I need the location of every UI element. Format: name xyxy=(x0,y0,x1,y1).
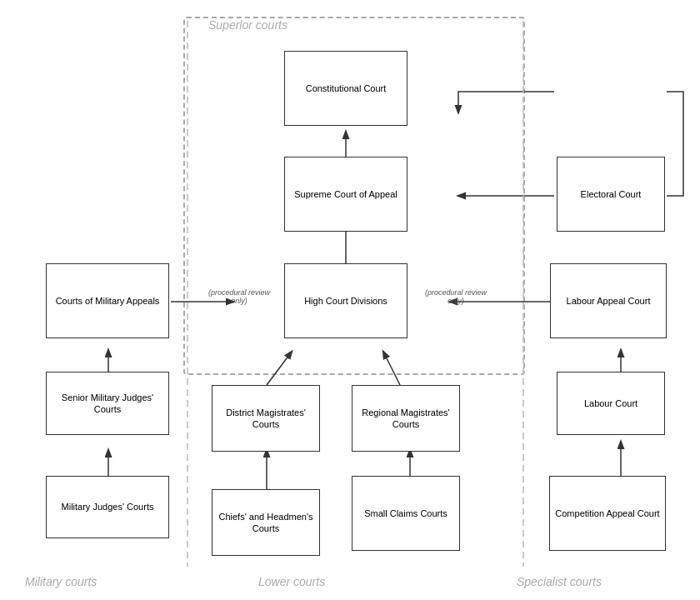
procedural-left-note: (procedural review only) xyxy=(202,288,277,305)
constitutional-court-box: Constitutional Court xyxy=(284,51,408,126)
district-magistrates-box: District Magistrates' Courts xyxy=(212,385,320,452)
labour-appeal-label: Labour Appeal Court xyxy=(567,295,651,307)
specialist-courts-label: Specialist courts xyxy=(517,575,602,588)
regional-magistrates-label: Regional Magistrates' Courts xyxy=(356,407,456,431)
military-judges-label: Military Judges' Courts xyxy=(62,501,154,512)
diagram-container: Superior courts Military courts Lower co… xyxy=(0,0,700,600)
supreme-appeal-label: Supreme Court of Appeal xyxy=(294,188,398,200)
labour-court-label: Labour Court xyxy=(584,398,638,409)
military-courts-label: Military courts xyxy=(25,575,97,588)
competition-box: Competition Appeal Court xyxy=(549,476,666,551)
military-judges-box: Military Judges' Courts xyxy=(46,476,169,538)
high-court-box: High Court Divisions xyxy=(284,263,408,338)
chiefs-box: Chiefs' and Headmen's Courts xyxy=(212,489,320,556)
military-appeals-label: Courts of Military Appeals xyxy=(56,295,160,307)
senior-military-box: Senior Military Judges' Courts xyxy=(46,372,169,435)
labour-appeal-box: Labour Appeal Court xyxy=(550,263,667,338)
small-claims-box: Small Claims Courts xyxy=(352,476,460,551)
chiefs-label: Chiefs' and Headmen's Courts xyxy=(216,511,316,535)
competition-label: Competition Appeal Court xyxy=(555,508,659,519)
lower-courts-label: Lower courts xyxy=(258,575,325,588)
superior-courts-label: Superior courts xyxy=(208,18,288,32)
small-claims-label: Small Claims Courts xyxy=(364,508,448,519)
electoral-court-label: Electoral Court xyxy=(581,188,642,200)
electoral-court-box: Electoral Court xyxy=(557,157,665,232)
supreme-appeal-box: Supreme Court of Appeal xyxy=(284,157,408,232)
district-magistrates-label: District Magistrates' Courts xyxy=(216,407,316,431)
procedural-right-note: (procedural review only) xyxy=(418,288,493,305)
high-court-label: High Court Divisions xyxy=(304,295,388,307)
senior-military-label: Senior Military Judges' Courts xyxy=(50,392,165,416)
regional-magistrates-box: Regional Magistrates' Courts xyxy=(352,385,460,452)
military-appeals-box: Courts of Military Appeals xyxy=(46,263,169,338)
labour-court-box: Labour Court xyxy=(557,372,665,435)
constitutional-court-label: Constitutional Court xyxy=(306,82,387,94)
